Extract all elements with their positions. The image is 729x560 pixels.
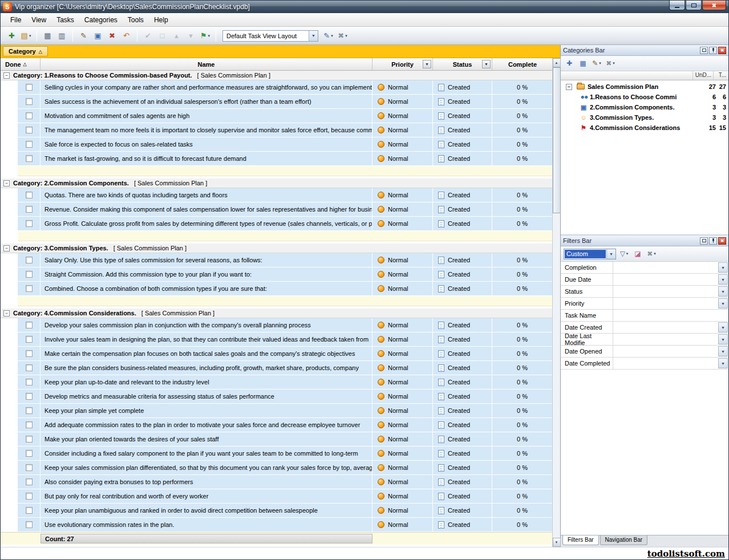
task-row[interactable]: Gross Profit. Calculate gross profit fro… — [1, 217, 553, 231]
move-down-button[interactable]: ▾ — [184, 29, 197, 43]
duplicate-task-button[interactable]: ▣ — [91, 29, 104, 43]
column-header-comp[interactable]: Complete — [492, 58, 553, 70]
menu-file[interactable]: File — [5, 14, 26, 26]
panel-close-button[interactable]: ✖ — [718, 237, 726, 245]
task-done-checkbox[interactable] — [26, 421, 33, 428]
filter-dropdown-button[interactable]: ▼ — [718, 286, 728, 297]
task-row[interactable]: Make certain the compensation plan focus… — [1, 347, 553, 361]
move-up-button[interactable]: ▴ — [170, 29, 183, 43]
edit-task-button[interactable]: ✎ — [77, 29, 90, 43]
task-done-checkbox[interactable] — [26, 141, 33, 148]
group-header-row[interactable]: −Category: 2.Commission Components.[ Sal… — [1, 178, 553, 188]
customize-layout-button[interactable]: ✎▾ — [322, 29, 335, 43]
menu-categories[interactable]: Categories — [79, 14, 123, 26]
task-row[interactable]: Combined. Choose a combination of both c… — [1, 282, 553, 296]
task-row[interactable]: Selling cycles in your company are rathe… — [1, 80, 553, 95]
print-preview-button[interactable]: ▥ — [55, 29, 68, 43]
filter-value-cell[interactable]: ▼ — [613, 262, 728, 273]
panel-position-button[interactable] — [700, 47, 708, 54]
chevron-down-icon[interactable]: ▼ — [606, 249, 615, 259]
menu-help[interactable]: Help — [149, 14, 173, 26]
task-done-checkbox[interactable] — [26, 322, 33, 328]
task-row[interactable]: Sales success is the achievement of an i… — [1, 95, 553, 109]
task-row[interactable]: Keep your plan simple yet completeNormal… — [1, 404, 553, 418]
uncomplete-task-button[interactable]: □ — [156, 29, 169, 43]
task-done-checkbox[interactable] — [26, 257, 33, 263]
tree-header-total[interactable]: T... — [714, 71, 728, 80]
task-row[interactable]: Make your plan oriented towards the desi… — [1, 432, 553, 447]
filter-value-cell[interactable]: ▼ — [613, 274, 728, 285]
filter-dropdown-button[interactable]: ▼ — [718, 358, 728, 368]
task-row[interactable]: Keep your plan unambiguous and ranked in… — [1, 504, 553, 518]
collapse-tree-icon[interactable]: − — [566, 84, 572, 90]
collapse-group-icon[interactable]: − — [3, 72, 10, 79]
titlebar[interactable]: S Vip organizer [C:\Users\dmitry\Desktop… — [1, 1, 728, 13]
flag-button[interactable]: ⚑▾ — [199, 29, 212, 43]
task-done-checkbox[interactable] — [26, 436, 33, 443]
vertical-scrollbar[interactable]: ▲ ▼ — [552, 58, 560, 547]
scroll-down-icon[interactable]: ▼ — [553, 538, 561, 547]
category-tree-item[interactable]: ☻☻1.Reasons to Choose Commi66 — [561, 92, 728, 102]
new-note-button[interactable]: ▤▾ — [19, 29, 33, 43]
task-done-checkbox[interactable] — [26, 336, 33, 343]
new-task-button[interactable]: ✚ — [5, 29, 18, 43]
panel-close-button[interactable]: ✖ — [718, 47, 726, 54]
task-done-checkbox[interactable] — [26, 379, 33, 385]
task-done-checkbox[interactable] — [26, 84, 33, 91]
menu-view[interactable]: View — [26, 14, 51, 26]
task-done-checkbox[interactable] — [26, 507, 33, 514]
task-row[interactable]: Revenue. Consider making this component … — [1, 202, 553, 217]
collapse-group-icon[interactable]: − — [3, 180, 10, 186]
category-tree-root[interactable]: −Sales Commission Plan2727 — [561, 82, 728, 92]
filter-value-cell[interactable]: ▼ — [613, 346, 728, 357]
task-row[interactable]: Motivation and commitment of sales agent… — [1, 109, 553, 123]
filter-dropdown-button[interactable]: ▼ — [718, 274, 728, 285]
tab-filters-bar[interactable]: Filters Bar — [562, 535, 599, 545]
filter-value-cell[interactable] — [613, 310, 728, 321]
task-row[interactable]: Add adequate commission rates to the pla… — [1, 418, 553, 432]
delete-task-button[interactable]: ✖ — [106, 29, 119, 43]
tab-navigation-bar[interactable]: Navigation Bar — [600, 535, 648, 545]
apply-filter-button[interactable]: ▽▾ — [618, 248, 630, 260]
scroll-up-icon[interactable]: ▲ — [553, 58, 561, 67]
task-row[interactable]: Quotas. There are two kinds of quotas in… — [1, 188, 553, 202]
task-done-checkbox[interactable] — [26, 521, 33, 528]
task-done-checkbox[interactable] — [26, 464, 33, 471]
task-row[interactable]: The market is fast-growing, and so it is… — [1, 152, 553, 166]
chevron-down-icon[interactable]: ▼ — [309, 31, 318, 41]
task-row[interactable]: Also consider paying extra bonuses to to… — [1, 475, 553, 489]
task-done-checkbox[interactable] — [26, 155, 33, 162]
layout-combobox[interactable]: Default Task View Layout▼ — [222, 30, 318, 42]
filter-value-cell[interactable]: ▼ — [613, 286, 728, 297]
column-header-status[interactable]: Status▼ — [433, 58, 492, 70]
task-done-checkbox[interactable] — [26, 98, 33, 105]
menu-tools[interactable]: Tools — [123, 14, 149, 26]
task-done-checkbox[interactable] — [26, 478, 33, 485]
group-header-row[interactable]: −Category: 3.Commission Types.[ Sales Co… — [1, 244, 553, 253]
task-row[interactable]: Sale force is expected to focus on sales… — [1, 137, 553, 152]
filter-value-cell[interactable]: ▼ — [613, 358, 728, 369]
group-header-row[interactable]: −Category: 1.Reasons to Choose Commissio… — [1, 71, 553, 80]
minimize-button[interactable] — [669, 1, 685, 10]
task-row[interactable]: Consider including a fixed salary compon… — [1, 447, 553, 461]
task-row[interactable]: Be sure the plan considers business-rela… — [1, 361, 553, 375]
task-row[interactable]: Use evolutionary commission rates in the… — [1, 518, 553, 532]
tree-header-undone[interactable]: UnD... — [693, 71, 714, 80]
group-header-row[interactable]: −Category: 4.Commission Considerations.[… — [1, 309, 553, 318]
delete-category-button[interactable]: ✖▾ — [605, 58, 616, 70]
task-done-checkbox[interactable] — [26, 206, 33, 213]
task-done-checkbox[interactable] — [26, 393, 33, 400]
scrollbar-thumb[interactable] — [553, 67, 561, 213]
undo-button[interactable]: ↶ — [120, 29, 133, 43]
category-tree-item[interactable]: ▣2.Commission Components.33 — [561, 102, 728, 112]
delete-filter-button[interactable]: ✖▾ — [646, 248, 657, 260]
delete-layout-button[interactable]: ✖▾ — [336, 29, 349, 43]
task-done-checkbox[interactable] — [26, 407, 33, 414]
column-filter-button[interactable]: ▼ — [423, 60, 431, 68]
group-by-category-button[interactable]: Category △ — [3, 46, 48, 56]
column-header-name[interactable]: Name — [40, 58, 372, 70]
filter-dropdown-button[interactable]: ▼ — [718, 322, 728, 332]
task-done-checkbox[interactable] — [26, 450, 33, 457]
filter-value-cell[interactable]: ▼ — [613, 322, 728, 333]
task-done-checkbox[interactable] — [26, 127, 33, 133]
